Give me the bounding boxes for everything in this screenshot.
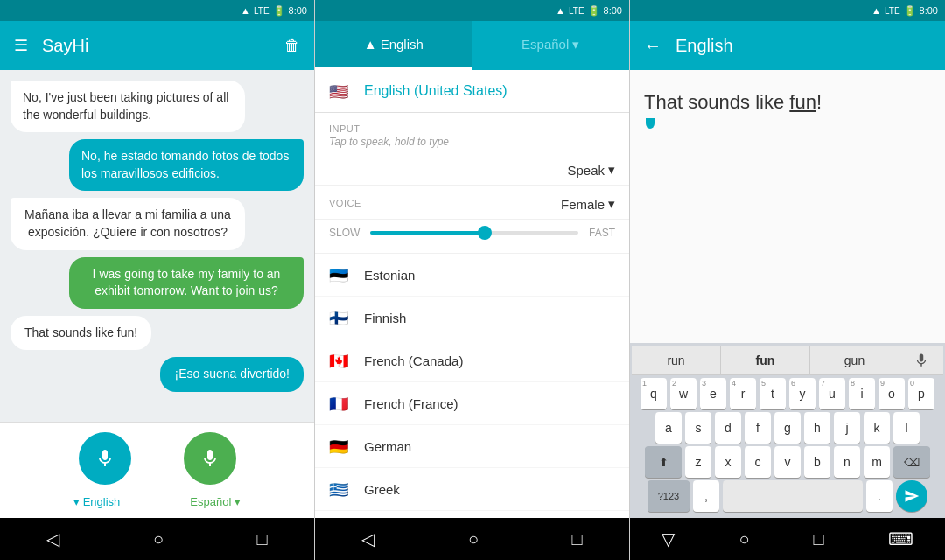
key-p[interactable]: 0p bbox=[908, 378, 934, 410]
input-section-label: INPUT Tap to speak, hold to type bbox=[315, 113, 629, 155]
number-hint-2: 2 bbox=[672, 379, 676, 388]
key-w[interactable]: 2w bbox=[670, 378, 696, 410]
fast-label: FAST bbox=[589, 227, 615, 239]
period-key[interactable]: . bbox=[866, 480, 892, 512]
enter-key[interactable] bbox=[896, 480, 928, 512]
backspace-key[interactable]: ⌫ bbox=[893, 446, 930, 478]
key-l[interactable]: l bbox=[893, 412, 920, 444]
voice-dropdown[interactable]: Female ▾ bbox=[561, 196, 615, 212]
french-canada-label: French (Canada) bbox=[364, 354, 463, 368]
comma-key[interactable]: , bbox=[693, 480, 719, 512]
home-button-2[interactable]: ○ bbox=[468, 529, 479, 550]
back-button-2[interactable]: ◁ bbox=[361, 528, 374, 550]
list-item[interactable]: 🇪🇪 Estonian bbox=[315, 254, 629, 297]
home-button-1[interactable]: ○ bbox=[153, 529, 164, 550]
recent-button-2[interactable]: □ bbox=[572, 529, 583, 550]
tab-spanish[interactable]: Español ▾ bbox=[472, 21, 630, 70]
nav-bar-3: ▽ ○ □ ⌨ bbox=[630, 518, 945, 560]
list-item[interactable]: 🇫🇮 Finnish bbox=[315, 297, 629, 340]
recent-button-1[interactable]: □ bbox=[257, 529, 268, 550]
finnish-flag-icon: 🇫🇮 bbox=[329, 309, 354, 326]
underlined-word: fun bbox=[789, 91, 816, 113]
key-z[interactable]: z bbox=[685, 446, 711, 478]
key-m[interactable]: m bbox=[864, 446, 890, 478]
key-q[interactable]: 1q bbox=[640, 378, 667, 410]
speak-dropdown[interactable]: Speak ▾ bbox=[567, 162, 615, 178]
greek-flag-icon: 🇬🇷 bbox=[329, 480, 354, 498]
french-canada-flag-icon: 🇨🇦 bbox=[329, 352, 354, 369]
key-o[interactable]: 9o bbox=[878, 378, 905, 410]
key-d[interactable]: d bbox=[715, 412, 741, 444]
table-row: ¡Eso suena divertido! bbox=[10, 357, 304, 392]
back-button-1[interactable]: ◁ bbox=[46, 528, 60, 550]
key-j[interactable]: j bbox=[834, 412, 860, 444]
key-f[interactable]: f bbox=[745, 412, 771, 444]
key-b[interactable]: b bbox=[804, 446, 830, 478]
time-1: 8:00 bbox=[289, 5, 307, 16]
home-button-3[interactable]: ○ bbox=[738, 529, 749, 550]
num-key[interactable]: ?123 bbox=[648, 480, 690, 512]
recent-button-3[interactable]: □ bbox=[813, 529, 823, 550]
mic-label-spanish[interactable]: Español ▾ bbox=[190, 495, 241, 508]
list-item[interactable]: 🇬🇷 Greek bbox=[315, 468, 629, 511]
key-t[interactable]: 5t bbox=[760, 378, 786, 410]
suggestion-fun[interactable]: fun bbox=[721, 346, 810, 374]
lte-icon-2: LTE bbox=[569, 6, 584, 16]
key-h[interactable]: h bbox=[804, 412, 830, 444]
finnish-label: Finnish bbox=[364, 311, 406, 326]
key-k[interactable]: k bbox=[864, 412, 890, 444]
suggestion-gun[interactable]: gun bbox=[810, 346, 900, 374]
selected-language[interactable]: 🇺🇸 English (United States) bbox=[315, 70, 629, 113]
number-hint-6: 6 bbox=[791, 379, 795, 388]
key-a[interactable]: a bbox=[655, 412, 682, 444]
tab-english-label: ▲ English bbox=[364, 37, 424, 52]
bubble-msg2: No, he estado tomando fotos de todos los… bbox=[69, 139, 304, 191]
key-n[interactable]: n bbox=[834, 446, 860, 478]
key-s[interactable]: s bbox=[685, 412, 711, 444]
key-u[interactable]: 7u bbox=[819, 378, 845, 410]
mic-suggestion-icon[interactable] bbox=[900, 346, 943, 374]
table-row: No, I've just been taking pictures of al… bbox=[10, 80, 304, 132]
mic-button-spanish[interactable] bbox=[184, 432, 236, 485]
send-icon bbox=[904, 488, 920, 504]
key-g[interactable]: g bbox=[774, 412, 801, 444]
app-bar: ☰ SayHi 🗑 bbox=[0, 21, 314, 70]
mic-buttons bbox=[79, 432, 236, 485]
french-france-flag-icon: 🇫🇷 bbox=[329, 395, 354, 412]
app-title: SayHi bbox=[42, 36, 88, 56]
tab-english[interactable]: ▲ English bbox=[315, 21, 472, 70]
slow-label: SLOW bbox=[329, 227, 360, 239]
key-y[interactable]: 6y bbox=[789, 378, 816, 410]
key-e[interactable]: 3e bbox=[700, 378, 726, 410]
signal-icon-3: ▲ bbox=[872, 5, 881, 16]
language-settings: 🇺🇸 English (United States) INPUT Tap to … bbox=[315, 70, 629, 518]
shift-key[interactable]: ⬆ bbox=[645, 446, 682, 478]
language-panel: ▲ LTE 🔋 8:00 ▲ English Español ▾ 🇺🇸 Engl… bbox=[315, 0, 630, 560]
suggestion-run[interactable]: run bbox=[632, 346, 721, 374]
back-icon-3[interactable]: ← bbox=[644, 36, 662, 56]
bubble-msg3: Mañana iba a llevar a mi familia a una e… bbox=[10, 198, 245, 249]
list-item[interactable]: 🇩🇪 German bbox=[315, 425, 629, 468]
key-i[interactable]: 8i bbox=[849, 378, 875, 410]
list-item[interactable]: 🇨🇦 French (Canada) bbox=[315, 340, 629, 382]
list-item[interactable]: 🇫🇷 French (France) bbox=[315, 382, 629, 425]
status-icons-3: ▲ LTE 🔋 8:00 bbox=[872, 5, 938, 17]
translation-text: That sounds like fun! bbox=[644, 88, 931, 116]
speed-slider-thumb[interactable] bbox=[478, 226, 492, 240]
back-button-3[interactable]: ▽ bbox=[662, 528, 675, 550]
delete-icon[interactable]: 🗑 bbox=[284, 37, 300, 55]
mic-button-english[interactable] bbox=[79, 432, 131, 485]
keyboard-icon[interactable]: ⌨ bbox=[888, 528, 914, 550]
nav-bar-1: ◁ ○ □ bbox=[0, 518, 314, 560]
menu-icon[interactable]: ☰ bbox=[14, 36, 28, 55]
key-x[interactable]: x bbox=[715, 446, 741, 478]
speed-slider[interactable] bbox=[370, 231, 578, 234]
space-key[interactable] bbox=[723, 480, 863, 512]
estonian-flag-icon: 🇪🇪 bbox=[329, 266, 354, 284]
key-r[interactable]: 4r bbox=[730, 378, 756, 410]
voice-value: Female bbox=[561, 197, 605, 212]
key-v[interactable]: v bbox=[774, 446, 801, 478]
mic-label-english[interactable]: ▾ English bbox=[74, 495, 120, 508]
voice-label: VOICE bbox=[329, 198, 361, 208]
key-c[interactable]: c bbox=[745, 446, 771, 478]
